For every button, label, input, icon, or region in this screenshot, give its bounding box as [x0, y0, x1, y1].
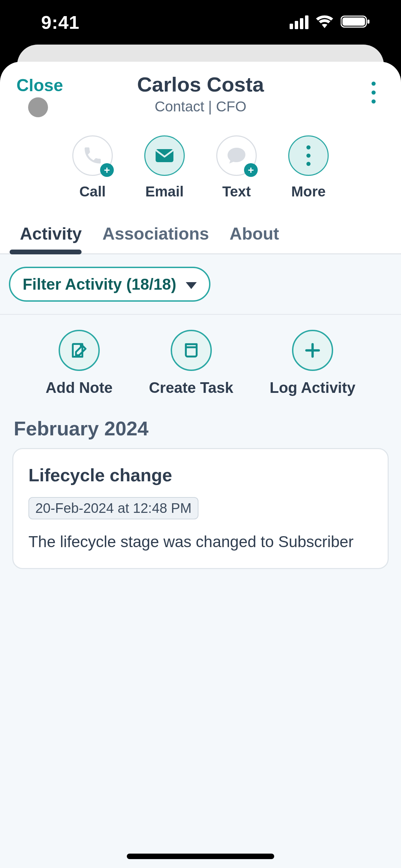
card-body: The lifecycle stage was changed to Subsc…: [28, 531, 373, 552]
tab-about[interactable]: About: [230, 224, 279, 253]
contact-subtitle: Contact | CFO: [14, 98, 387, 115]
home-indicator[interactable]: [127, 854, 274, 859]
timeline-card[interactable]: Lifecycle change 20-Feb-2024 at 12:48 PM…: [12, 448, 389, 569]
avatar: [28, 97, 48, 117]
cellular-icon: [290, 15, 308, 29]
log-activity-label: Log Activity: [270, 379, 355, 396]
add-note-label: Add Note: [46, 379, 113, 396]
timeline-section-heading: February 2024: [0, 407, 401, 448]
status-icons: [290, 15, 370, 30]
plus-icon: [303, 341, 322, 360]
dot-icon: [306, 145, 311, 149]
wifi-icon: [316, 15, 333, 29]
filter-label: Filter Activity (18/18): [23, 275, 176, 293]
more-options-button[interactable]: [363, 75, 384, 110]
status-bar: 9:41: [0, 0, 401, 45]
plus-badge-icon: +: [244, 163, 258, 177]
filter-activity-button[interactable]: Filter Activity (18/18): [9, 267, 210, 302]
quick-actions-row: Add Note Create Task Log Activity: [0, 315, 401, 407]
log-activity-button[interactable]: Log Activity: [270, 330, 355, 396]
tab-activity[interactable]: Activity: [20, 224, 82, 253]
note-icon: [70, 341, 89, 360]
svg-rect-2: [367, 20, 369, 24]
text-action[interactable]: + Text: [216, 135, 257, 200]
chat-icon: [226, 146, 247, 165]
phone-icon: [82, 145, 103, 166]
card-timestamp: 20-Feb-2024 at 12:48 PM: [28, 497, 198, 519]
sheet-header: Close Carlos Costa Contact | CFO: [0, 62, 401, 115]
create-task-label: Create Task: [149, 379, 233, 396]
call-label: Call: [79, 183, 106, 200]
dot-icon: [306, 154, 311, 158]
dot-icon: [306, 162, 311, 166]
call-action[interactable]: + Call: [72, 135, 113, 200]
add-note-button[interactable]: Add Note: [46, 330, 113, 396]
more-action[interactable]: More: [288, 135, 329, 200]
contact-name: Carlos Costa: [14, 73, 387, 96]
status-time: 9:41: [41, 12, 80, 33]
chevron-down-icon: [186, 282, 197, 289]
task-icon: [182, 341, 200, 360]
card-title: Lifecycle change: [28, 465, 373, 485]
create-task-button[interactable]: Create Task: [149, 330, 233, 396]
svg-rect-1: [342, 17, 365, 26]
email-icon: [155, 148, 174, 163]
contact-sheet: Close Carlos Costa Contact | CFO + Call: [0, 62, 401, 868]
text-label: Text: [222, 183, 251, 200]
tab-associations[interactable]: Associations: [102, 224, 209, 253]
email-action[interactable]: Email: [144, 135, 185, 200]
kebab-dot-icon: [372, 99, 376, 104]
content-scroll[interactable]: Filter Activity (18/18) Add Note Create …: [0, 254, 401, 868]
email-label: Email: [145, 183, 184, 200]
contact-actions-row: + Call Email + Text: [0, 135, 401, 200]
kebab-dot-icon: [372, 82, 376, 86]
plus-badge-icon: +: [100, 163, 114, 177]
tab-bar: Activity Associations About: [0, 224, 401, 254]
battery-icon: [341, 15, 370, 30]
more-label: More: [291, 183, 326, 200]
kebab-dot-icon: [372, 91, 376, 95]
close-button[interactable]: Close: [16, 75, 63, 95]
